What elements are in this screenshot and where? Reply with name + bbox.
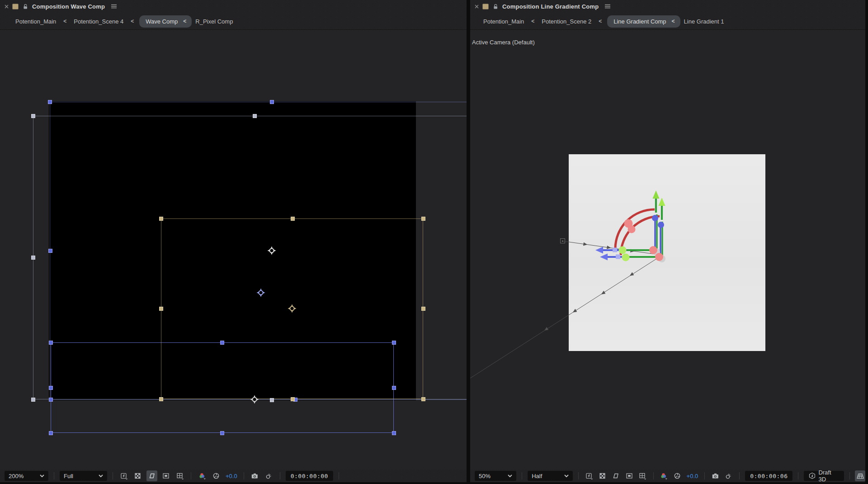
- reset-exposure-icon[interactable]: [211, 470, 222, 481]
- breadcrumb-current[interactable]: Line Gradient Comp <: [607, 15, 680, 28]
- selection-handle[interactable]: [159, 217, 163, 221]
- mask-visibility-icon[interactable]: [611, 470, 621, 481]
- draft-3d-label: Draft 3D: [818, 469, 839, 483]
- transparency-grid-icon[interactable]: [132, 470, 143, 481]
- breadcrumb-separator: <: [59, 18, 71, 24]
- gizmo-handle-square: [616, 255, 620, 259]
- selection-handle[interactable]: [31, 398, 35, 402]
- anchor-point-icon[interactable]: [267, 246, 276, 255]
- magnification-dropdown[interactable]: 50%: [475, 471, 516, 481]
- selection-handle[interactable]: [48, 249, 52, 253]
- breadcrumb-separator: <: [527, 18, 539, 24]
- panel-titlebar: Composition Wave Comp: [0, 0, 467, 13]
- anchor-point-icon[interactable]: [288, 304, 297, 313]
- close-panel-icon[interactable]: [475, 5, 479, 9]
- selection-handle[interactable]: [270, 100, 274, 104]
- breadcrumb-item-active: Wave Comp: [144, 18, 179, 25]
- breadcrumb: Potention_Main < Potention_Scene 2 < Lin…: [470, 13, 865, 30]
- chevron-down-icon: [99, 475, 103, 478]
- unlock-icon[interactable]: [492, 3, 499, 9]
- breadcrumb-separator: <: [668, 18, 679, 24]
- selection-handle[interactable]: [220, 431, 224, 435]
- gizmo-dot-green: [619, 247, 627, 254]
- selection-handle[interactable]: [31, 256, 35, 260]
- breadcrumb-separator: <: [126, 18, 138, 24]
- selection-handle[interactable]: [291, 217, 295, 221]
- selection-handle[interactable]: [392, 386, 396, 390]
- selection-handle[interactable]: [49, 341, 53, 345]
- ground-plane-icon[interactable]: [855, 470, 865, 481]
- breadcrumb-separator: <: [594, 18, 606, 24]
- camera-poi-line: [470, 241, 659, 379]
- show-channel-icon[interactable]: [197, 470, 208, 481]
- composition-panel-wave-comp: Composition Wave Comp Potention_Main < P…: [0, 0, 467, 482]
- breadcrumb-item[interactable]: Potention_Scene 4: [71, 18, 126, 25]
- reset-exposure-icon[interactable]: [672, 470, 683, 481]
- unlock-icon[interactable]: [22, 3, 28, 9]
- exposure-value[interactable]: +0.0: [686, 473, 699, 479]
- selection-handle[interactable]: [421, 217, 425, 221]
- show-snapshot-icon[interactable]: [264, 470, 274, 481]
- selection-handle[interactable]: [253, 114, 257, 118]
- grid-guides-icon[interactable]: [175, 470, 185, 481]
- breadcrumb-item-active: Line Gradient Comp: [612, 18, 668, 25]
- transparency-grid-icon[interactable]: [597, 470, 608, 481]
- breadcrumb-item[interactable]: R_Pixel Comp: [193, 18, 236, 25]
- selection-handle[interactable]: [220, 341, 224, 345]
- gizmo-handle-square: [613, 248, 617, 252]
- snapshot-camera-icon[interactable]: [710, 470, 721, 481]
- selection-handle[interactable]: [159, 307, 163, 311]
- selection-handle[interactable]: [31, 114, 35, 118]
- anchor-point-icon[interactable]: [250, 395, 259, 404]
- magnification-dropdown[interactable]: 200%: [5, 471, 48, 481]
- region-of-interest-icon[interactable]: [624, 470, 634, 481]
- current-time-display[interactable]: 0:00:00:00: [286, 471, 333, 481]
- selection-handle[interactable]: [421, 397, 425, 401]
- selection-handle[interactable]: [159, 397, 163, 401]
- selection-handle[interactable]: [49, 398, 53, 402]
- close-panel-icon[interactable]: [5, 5, 9, 9]
- breadcrumb-item[interactable]: Line Gradient 1: [681, 18, 727, 25]
- grid-guides-icon[interactable]: [637, 470, 648, 481]
- gizmo-dot-blue: [652, 215, 658, 221]
- panel-menu-icon[interactable]: [605, 4, 610, 9]
- composition-viewport[interactable]: [0, 30, 467, 470]
- chevron-down-icon: [564, 475, 569, 478]
- show-channel-icon[interactable]: [659, 470, 669, 481]
- selection-handle[interactable]: [270, 398, 274, 402]
- mask-visibility-icon[interactable]: [146, 470, 157, 481]
- gizmo-arrow-left: [595, 247, 603, 254]
- selection-handle[interactable]: [49, 431, 53, 435]
- show-snapshot-icon[interactable]: [724, 470, 734, 481]
- snapshot-camera-icon[interactable]: [250, 470, 260, 481]
- selection-handle[interactable]: [49, 386, 53, 390]
- composition-panel-line-gradient: Composition Line Gradient Comp Potention…: [470, 0, 865, 482]
- magnification-value: 50%: [479, 473, 491, 479]
- breadcrumb-item[interactable]: Potention_Main: [13, 18, 59, 25]
- fast-previews-icon[interactable]: [118, 470, 129, 481]
- selection-handle[interactable]: [392, 431, 396, 435]
- resolution-dropdown[interactable]: Half: [528, 471, 573, 481]
- selection-handle[interactable]: [421, 307, 425, 311]
- breadcrumb-current[interactable]: Wave Comp <: [139, 15, 192, 28]
- selection-handle[interactable]: [392, 341, 396, 345]
- breadcrumb-item[interactable]: Potention_Scene 2: [539, 18, 594, 25]
- breadcrumb: Potention_Main < Potention_Scene 4 < Wav…: [0, 13, 467, 30]
- transform-gizmo-3d[interactable]: [470, 30, 865, 470]
- draft-3d-button[interactable]: Draft 3D: [804, 471, 844, 481]
- resolution-dropdown[interactable]: Full: [60, 471, 107, 481]
- panel-title: Composition Line Gradient Comp: [502, 3, 599, 10]
- panel-menu-icon[interactable]: [111, 4, 117, 9]
- breadcrumb-item[interactable]: Potention_Main: [481, 18, 527, 25]
- draft-3d-cube-icon: [809, 472, 815, 479]
- selection-handle[interactable]: [48, 100, 52, 104]
- selection-handle[interactable]: [291, 397, 295, 401]
- fast-previews-icon[interactable]: [584, 470, 594, 481]
- current-time-display[interactable]: 0:00:00:06: [745, 471, 793, 481]
- composition-frame: [49, 101, 416, 400]
- region-of-interest-icon[interactable]: [160, 470, 171, 481]
- composition-viewport-3d[interactable]: Active Camera (Default): [470, 30, 865, 470]
- exposure-value[interactable]: +0.0: [225, 473, 238, 479]
- resolution-value: Half: [532, 473, 542, 479]
- anchor-point-icon[interactable]: [256, 288, 265, 297]
